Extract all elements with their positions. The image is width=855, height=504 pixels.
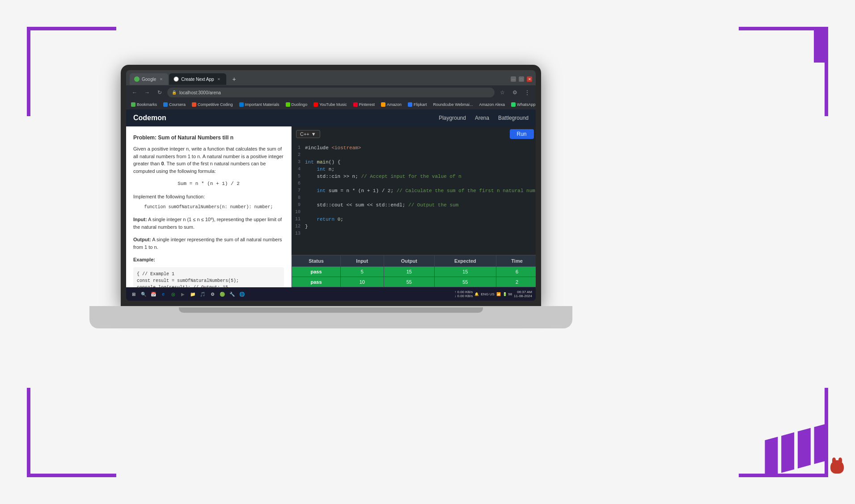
refresh-button[interactable]: ↻ [155, 88, 165, 97]
mascot [828, 460, 846, 478]
bookmark-whatsapp[interactable]: WhatsApp [510, 102, 536, 107]
terminal-icon[interactable]: ▶ [179, 290, 187, 298]
address-bar[interactable]: 🔒 localhost:3000/arena [167, 88, 495, 97]
bookmark-youtube[interactable]: YouTube Music [312, 102, 348, 107]
tab-create-next-app[interactable]: Create Next App ✕ [169, 73, 226, 85]
results-header-row: Status Input Output Expected Time [292, 256, 536, 267]
col-output: Output [384, 256, 435, 267]
taskbar-icon-2[interactable]: ⚙ [208, 290, 216, 298]
codemon-nav: Playground Arena Battleground [439, 115, 529, 121]
clock-date: 11-08-2024 [514, 294, 532, 298]
tab-bar: Google ✕ Create Next App ✕ + — □ ✕ [126, 70, 536, 85]
widgets-button[interactable]: 📅 [149, 290, 157, 298]
code-line-1: 1 #include <iostream> [292, 145, 536, 152]
bookmark-pinterest[interactable]: Pinterest [352, 102, 377, 107]
app-content: Codemon Playground Arena Battleground Pr… [126, 109, 536, 287]
bookmark-label-3: Important Materials [245, 102, 279, 107]
code-line-13: 13 [292, 231, 536, 238]
tab-create-close[interactable]: ✕ [216, 76, 222, 82]
bookmark-amazon[interactable]: Amazon [380, 102, 403, 107]
example-label: Example: [133, 257, 155, 262]
results-table: Status Input Output Expected Time pass [292, 255, 536, 287]
taskbar: ⊞ 🔍 📅 e ◎ ▶ 📁 🎵 ⚙ 🟢 🔧 🌐 ↑ 0.00 KB/s↓ 0.0… [126, 287, 536, 301]
bookmark-materials[interactable]: Important Materials [238, 102, 281, 107]
bookmark-star[interactable]: ☆ [497, 88, 507, 97]
results-panel: Status Input Output Expected Time pass [292, 255, 536, 287]
start-button[interactable]: ⊞ [130, 290, 138, 298]
minimize-button[interactable]: — [511, 76, 516, 82]
bookmark-label-8: Flipkart [414, 102, 427, 107]
code-line-8: 8 [292, 195, 536, 202]
extensions-button[interactable]: ⚙ [510, 88, 520, 97]
tab-add-button[interactable]: + [229, 74, 240, 84]
nav-playground[interactable]: Playground [439, 115, 466, 121]
bookmark-label-4: Duolingo [292, 102, 308, 107]
bookmark-label-2: Competitive Coding [198, 102, 233, 107]
youtube-icon [313, 102, 318, 107]
taskbar-icon-notif[interactable]: 🔔 [474, 292, 479, 296]
result-row-2: pass 10 55 55 2 [292, 277, 536, 287]
amazon-icon [381, 102, 385, 107]
code-editor[interactable]: 1 #include <iostream> 2 3 int main() { [292, 142, 536, 255]
taskbar-icon-3[interactable]: 🟢 [218, 290, 226, 298]
result-2-expected: 55 [435, 277, 496, 287]
result-2-status: pass [292, 277, 341, 287]
laptop-base-inner [179, 307, 483, 313]
example-code: { // Example 1 const result = sumOfNatur… [133, 267, 284, 288]
bookmark-duolingo[interactable]: Duolingo [284, 102, 309, 107]
col-expected: Expected [435, 256, 496, 267]
bookmark-bookmarks[interactable]: Bookmarks [130, 102, 158, 107]
tab-create-label: Create Next App [181, 77, 214, 82]
wifi-icon: 📶 [496, 292, 501, 296]
main-split: Problem: Sum of Natural Numbers till n G… [126, 126, 536, 287]
bookmark-alexa[interactable]: Amazon Alexa [478, 102, 506, 107]
taskbar-icon-4[interactable]: 🔧 [228, 290, 236, 298]
taskbar-icon-5[interactable]: 🌐 [238, 290, 246, 298]
nav-arena[interactable]: Arena [475, 115, 489, 121]
code-line-6: 6 [292, 181, 536, 188]
address-text: localhost:3000/arena [179, 90, 221, 95]
chrome-icon[interactable]: ◎ [169, 290, 177, 298]
problem-output: Output: A single integer representing th… [133, 236, 284, 251]
problem-function-sig: function sumOfNaturalNumbers(n: number):… [133, 204, 284, 210]
result-2-time: 2 [496, 277, 536, 287]
result-1-input: 5 [341, 267, 384, 277]
explorer-icon[interactable]: 📁 [189, 290, 197, 298]
nav-battleground[interactable]: Battleground [498, 115, 529, 121]
battery-icon: 🔋 98 [503, 292, 512, 296]
problem-description: Given a positive integer n, write a func… [133, 145, 284, 175]
code-line-9: 9 std::cout << sum << std::endl; // Outp… [292, 202, 536, 210]
network-speed: ↑ 0.00 KB/s↓ 0.00 KB/s [454, 290, 473, 298]
code-line-2: 2 [292, 152, 536, 160]
problem-panel: Problem: Sum of Natural Numbers till n G… [126, 126, 292, 287]
search-taskbar[interactable]: 🔍 [140, 290, 148, 298]
bookmark-label-1: Coursera [169, 102, 186, 107]
run-button[interactable]: Run [510, 129, 534, 139]
tab-google-close[interactable]: ✕ [158, 76, 164, 82]
bookmark-flipkart[interactable]: Flipkart [406, 102, 428, 107]
input-text: A single integer n (1 ≤ n ≤ 10⁶), repres… [133, 217, 282, 230]
language-selector[interactable]: C++ ▼ [296, 130, 320, 138]
close-button[interactable]: ✕ [527, 76, 532, 82]
bookmark-label-5: YouTube Music [319, 102, 347, 107]
competitive-icon [192, 102, 196, 107]
bookmark-competitive[interactable]: Competitive Coding [190, 102, 234, 107]
more-button[interactable]: ⋮ [522, 88, 532, 97]
bookmark-label-6: Pinterest [359, 102, 375, 107]
maximize-button[interactable]: □ [519, 76, 524, 82]
flipkart-icon [408, 102, 412, 107]
edge-icon[interactable]: e [159, 290, 167, 298]
tab-google[interactable]: Google ✕ [130, 73, 168, 85]
result-2-output: 55 [384, 277, 435, 287]
bookmark-roundcube[interactable]: Roundcube Webmai... [432, 102, 474, 107]
language-label: C++ [300, 131, 309, 137]
browser-chrome: Google ✕ Create Next App ✕ + — □ ✕ ← [126, 70, 536, 109]
bookmark-coursera[interactable]: Coursera [162, 102, 187, 107]
taskbar-right: ↑ 0.00 KB/s↓ 0.00 KB/s 🔔 ENG US 📶 🔋 98 0… [454, 290, 532, 298]
back-button[interactable]: ← [130, 88, 140, 97]
purple-corner-bl [27, 388, 116, 477]
forward-button[interactable]: → [142, 88, 152, 97]
taskbar-icon-1[interactable]: 🎵 [199, 290, 207, 298]
lang-dropdown-icon: ▼ [311, 131, 316, 137]
nav-bar: ← → ↻ 🔒 localhost:3000/arena ☆ ⚙ ⋮ [126, 85, 536, 100]
